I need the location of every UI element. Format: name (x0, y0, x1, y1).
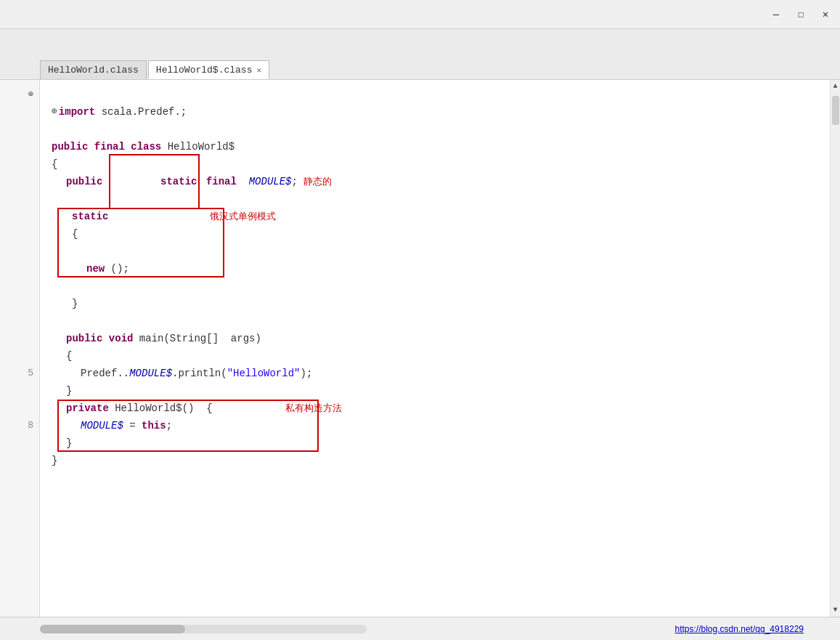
code-line-new: new (); (52, 260, 830, 278)
code-line-blank-1 (52, 86, 830, 103)
code-line-main-decl: public void main(String[] args) (52, 330, 830, 347)
expand-icon[interactable]: ⊕ (52, 103, 57, 121)
code-line-static: static 饿汉式单例模式 (52, 208, 830, 225)
code-line-blank-2 (52, 121, 830, 138)
tab-label-1: HelloWorld.class (48, 65, 139, 76)
bottom-bar: https://blog.csdn.net/qq_4918229 (0, 617, 840, 640)
scroll-thumb[interactable] (832, 96, 839, 125)
tab-close-icon[interactable]: ✕ (256, 65, 261, 75)
code-line-blank-4 (52, 243, 830, 260)
code-line-module-decl: public static final MODULE$; 静态的 (52, 173, 830, 190)
tab-label-2: HelloWorld$.class (156, 65, 253, 76)
code-line-blank-6 (52, 312, 830, 330)
restore-button[interactable]: ☐ (795, 8, 807, 20)
window-controls: — ☐ ✕ (770, 8, 831, 20)
code-editor[interactable]: ⊕import scala.Predef.; public final clas… (40, 80, 830, 617)
close-button[interactable]: ✕ (820, 8, 831, 20)
tab-helloworld-class[interactable]: HelloWorld.class (40, 60, 147, 79)
code-line-private-constructor: private HelloWorld$() { 私有构造方法 (52, 400, 830, 417)
annotation-jing-tai-de: 静态的 (303, 173, 332, 190)
code-line-module-assign: MODULE$ = this; (52, 417, 830, 434)
window-chrome: — ☐ ✕ (0, 0, 840, 29)
code-line-main-open: { (52, 347, 830, 365)
code-line-class-close: } (52, 452, 830, 469)
line-num-expand: ⊕ (0, 86, 39, 103)
horizontal-scrollbar-track[interactable] (40, 625, 367, 633)
annotation-e-han-shi: 饿汉式单例模式 (210, 208, 276, 225)
static-block-region: static 饿汉式单例模式 { new (); } (52, 208, 830, 312)
line-number-gutter: ⊕ 5 8 (0, 80, 40, 617)
toolbar: HelloWorld.class HelloWorld$.class ✕ ▼ (0, 29, 840, 80)
tab-bar: HelloWorld.class HelloWorld$.class ✕ (0, 29, 271, 79)
code-line-class-decl: public final class HelloWorld$ (52, 138, 830, 155)
scroll-up-icon[interactable]: ▲ (831, 80, 839, 93)
annotation-si-you: 私有构造方法 (285, 400, 342, 417)
private-constructor-region: private HelloWorld$() { 私有构造方法 MODULE$ =… (52, 400, 830, 452)
static-keyword-box: static (109, 154, 200, 209)
vertical-scrollbar[interactable]: ▲ ▼ (830, 80, 840, 617)
code-line-static-close: } (52, 295, 830, 312)
code-line-static-open: { (52, 225, 830, 243)
code-line-import: ⊕import scala.Predef.; (52, 103, 830, 121)
code-line-println: Predef..MODULE$.println("HelloWorld"); (52, 365, 830, 382)
horizontal-scrollbar-thumb[interactable] (40, 625, 185, 633)
scroll-down-icon[interactable]: ▼ (831, 604, 839, 617)
code-line-blank-5 (52, 278, 830, 295)
bottom-url[interactable]: https://blog.csdn.net/qq_4918229 (675, 624, 804, 634)
code-line-constructor-close: } (52, 434, 830, 452)
tab-helloworld-dollar-class[interactable]: HelloWorld$.class ✕ (148, 60, 269, 79)
minimize-button[interactable]: — (770, 9, 782, 20)
code-line-main-close: } (52, 382, 830, 400)
